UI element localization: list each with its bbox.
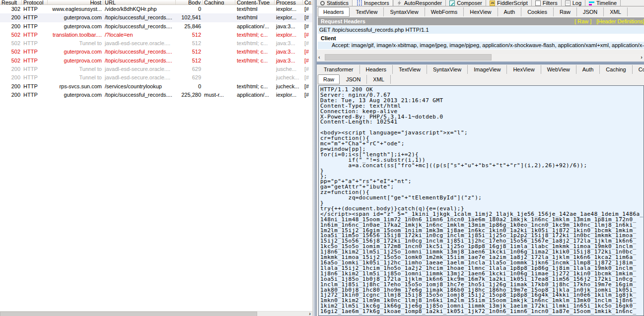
tab-label: ImageView [474, 66, 501, 72]
session-cell-result: 502 [0, 48, 22, 56]
session-row[interactable]: 302HTTPwww.eaglesunsyst.../video/k8dhKQH… [0, 5, 312, 13]
header-definitions-link[interactable]: [Header Definitions] [596, 18, 644, 24]
column-header-process[interactable]: Process [275, 0, 303, 4]
tab-textview[interactable]: TextView [350, 7, 384, 16]
response-raw-view[interactable]: HTTP/1.1 200 OK Server: nginx/0.7.67 Dat… [318, 85, 644, 316]
tab-headers[interactable]: Headers [360, 65, 393, 74]
session-list-horizontal-scrollbar[interactable]: › [0, 311, 312, 316]
request-inspector-tab-strip: HeadersTextViewSyntaxViewWebFormsHexView… [317, 6, 644, 17]
tab-xml[interactable]: XML [604, 7, 628, 16]
session-row[interactable]: 502HTTPtranslation.toolbar..../?locale=e… [0, 31, 312, 39]
tab-hexview[interactable]: HexView [464, 7, 498, 16]
session-row[interactable]: 200HTTPTunnel tojavadl-esd-secure.oracle… [0, 65, 312, 73]
tab-label: TextView [399, 66, 421, 72]
session-row[interactable]: 502HTTPguterprova.com/topic/successful_r… [0, 48, 312, 56]
session-cell-host: Tunnel to [48, 39, 103, 48]
tab-raw[interactable]: Raw [554, 7, 577, 16]
scroll-right-icon[interactable]: › [641, 54, 643, 61]
session-cell-process: iexplor... [275, 5, 303, 13]
tab-raw[interactable]: Raw [318, 74, 340, 84]
tab-filters[interactable]: Filters [532, 0, 562, 6]
session-cell-url: /topic/successful_records.... [103, 91, 176, 99]
session-row[interactable]: 200HTTPguterprova.com/topic/successful_r… [0, 91, 312, 99]
session-cell-host: guterprova.com [48, 48, 103, 56]
fiddler-window: ResultProtocolHostURLBodyCachingContent-… [0, 0, 644, 316]
session-cell-body: 629 [176, 65, 203, 73]
raw-link[interactable]: [ Raw ] [574, 18, 591, 24]
column-header-url[interactable]: URL [103, 0, 176, 4]
session-cell-custom: [# [303, 91, 311, 99]
tab-autoresponder[interactable]: AutoResponder [393, 0, 446, 6]
column-header-content-type[interactable]: Content-Type [235, 0, 275, 4]
tab-label: Raw [560, 9, 571, 15]
tab-auth[interactable]: Auth [576, 65, 600, 74]
tab-label: XML [610, 9, 621, 15]
tab-fiddlerscript[interactable]: FiddlerScript [486, 0, 532, 6]
tab-label: Filters [543, 0, 558, 6]
request-line[interactable]: GET /topic/successful_records.php HTTP/1… [318, 26, 644, 34]
session-list-column-headers[interactable]: ResultProtocolHostURLBodyCachingContent-… [0, 0, 312, 5]
session-cell-process: java:3... [275, 22, 303, 31]
tab-cookies[interactable]: Cookies [633, 65, 644, 74]
session-cell-body: 512 [176, 39, 203, 48]
column-header-co[interactable]: Co [303, 0, 311, 4]
session-cell-caching [203, 39, 235, 48]
tab-timeline[interactable]: Timeline [585, 0, 621, 6]
column-header-protocol[interactable]: Protocol [22, 0, 48, 4]
tab-label: Auth [504, 9, 515, 15]
column-header-caching[interactable]: Caching [203, 0, 235, 4]
tab-composer[interactable]: Composer [446, 0, 486, 6]
column-header-body[interactable]: Body [176, 0, 203, 4]
session-cell-protocol: HTTP [22, 57, 48, 65]
tab-inspectors[interactable]: Inspectors [353, 0, 393, 6]
tab-webview[interactable]: WebView [541, 65, 576, 74]
web-sessions-panel: ResultProtocolHostURLBodyCachingContent-… [0, 0, 312, 316]
autoresponder-lightning-icon [397, 0, 402, 6]
accept-header-row[interactable]: Accept: image/gif, image/x-xbitmap, imag… [318, 42, 644, 49]
client-section-label[interactable]: Client [318, 35, 644, 42]
session-row[interactable]: 502HTTPTunnel tojavadl-esd-secure.oracle… [0, 39, 312, 48]
session-cell-host: guterprova.com [48, 57, 103, 65]
tab-hexview[interactable]: HexView [507, 65, 541, 74]
tab-webforms[interactable]: WebForms [425, 7, 464, 16]
session-row[interactable]: 200HTTPguterprova.com/topic/successful_r… [0, 22, 312, 31]
tab-caching[interactable]: Caching [600, 65, 632, 74]
tab-syntaxview[interactable]: SyntaxView [384, 7, 425, 16]
tab-xml[interactable]: XML [367, 75, 391, 84]
tab-log[interactable]: Log [562, 0, 585, 6]
tab-transformer[interactable]: Transformer [318, 65, 360, 74]
tab-label: HexView [513, 66, 534, 72]
scrollbar-thumb[interactable] [325, 54, 492, 61]
scrollbar-thumb[interactable] [0, 312, 257, 316]
vertical-splitter[interactable] [312, 0, 317, 316]
tab-label: Headers [323, 9, 344, 15]
column-header-host[interactable]: Host [48, 0, 103, 4]
composer-icon [449, 0, 455, 6]
session-row[interactable]: 200HTTPrps-svcs.sun.com/services/country… [0, 82, 312, 91]
session-row[interactable]: 502HTTPguterprova.com/topic/successful_r… [0, 57, 312, 65]
tab-json[interactable]: JSON [577, 7, 604, 16]
scroll-right-icon[interactable]: › [309, 311, 311, 316]
session-cell-process: iexplor... [275, 91, 303, 99]
scroll-left-icon[interactable]: ‹ [318, 54, 320, 61]
session-cell-body: 512 [176, 48, 203, 56]
tab-syntaxview[interactable]: SyntaxView [427, 65, 468, 74]
tab-label: Auth [582, 66, 594, 72]
session-cell-caching [203, 13, 235, 22]
tab-textview[interactable]: TextView [393, 65, 427, 74]
tab-auth[interactable]: Auth [498, 7, 522, 16]
session-cell-url: /?locale=en [103, 31, 176, 39]
session-row[interactable]: 200HTTPTunnel tojavadl-esd-secure.oracle… [0, 73, 312, 82]
session-cell-caching [203, 73, 235, 82]
session-cell-url: /topic/successful_records.... [103, 22, 176, 31]
tab-imageview[interactable]: ImageView [468, 65, 507, 74]
tab-cookies[interactable]: Cookies [521, 7, 554, 16]
tab-headers[interactable]: Headers [318, 7, 350, 17]
request-horizontal-scrollbar[interactable]: ‹ › [318, 54, 643, 61]
request-headers-title: Request Headers [321, 18, 365, 24]
column-header-result[interactable]: Result [0, 0, 22, 4]
tab-json[interactable]: JSON [340, 75, 367, 84]
tab-statistics[interactable]: Statistics [317, 0, 353, 6]
session-row[interactable]: 200HTTPguterprova.com/topic/successful_r… [0, 13, 312, 22]
filters-icon [535, 0, 541, 6]
